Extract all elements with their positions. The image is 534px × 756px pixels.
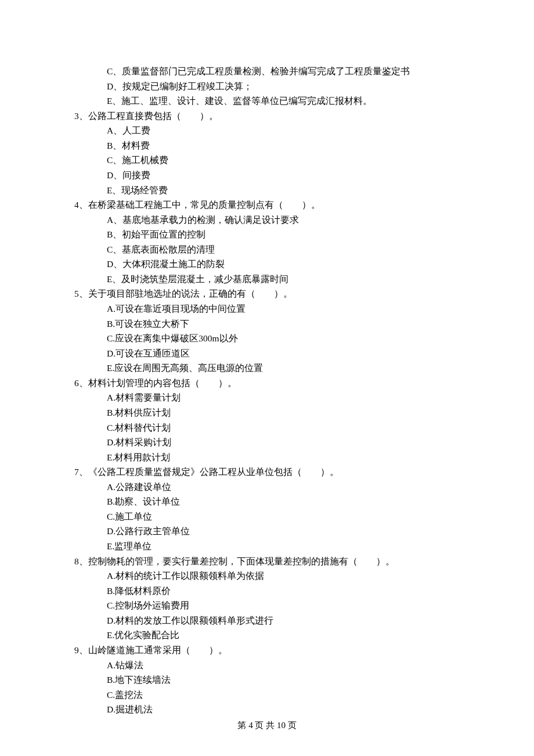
question-option: B、材料费	[74, 138, 476, 153]
question-stem: 9、山岭隧道施工通常采用（ ）。	[74, 643, 476, 658]
question-option: E.材料用款计划	[74, 450, 476, 465]
question-option: D、大体积混凝土施工的防裂	[74, 257, 476, 272]
question-stem: 6、材料计划管理的内容包括（ ）。	[74, 376, 476, 391]
question-option: B.降低材料原价	[74, 584, 476, 599]
question-stem: 3、公路工程直接费包括（ ）。	[74, 109, 476, 124]
question-option: A.材料需要量计划	[74, 390, 476, 405]
question-option: C.施工单位	[74, 509, 476, 524]
question-option: E、现场经管费	[74, 183, 476, 198]
question-option: C.控制场外运输费用	[74, 598, 476, 613]
question-stem: 4、在桥梁基础工程施工中，常见的质量控制点有（ ）。	[74, 197, 476, 213]
question-option: E、及时浇筑垫层混凝土，减少基底暴露时间	[74, 272, 476, 287]
question-option: B.勘察、设计单位	[74, 494, 476, 509]
question-option: C、施工机械费	[74, 153, 476, 168]
question-stem: 7、《公路工程质量监督规定》公路工程从业单位包括（ ）。	[74, 465, 476, 480]
question-option: C.应设在离集中爆破区300m以外	[74, 331, 476, 346]
question-option: C.材料替代计划	[74, 420, 476, 435]
question-option: E.优化实验配合比	[74, 628, 476, 643]
orphan-option: D、按规定已编制好工程竣工决算；	[74, 79, 476, 94]
document-body: C、质量监督部门已完成工程质量检测、检验并编写完成了工程质量鉴定书 D、按规定已…	[0, 0, 534, 717]
question-option: C.盖挖法	[74, 687, 476, 703]
question-option: A、基底地基承载力的检测，确认满足设计要求	[74, 213, 476, 228]
question-option: B.材料供应计划	[74, 405, 476, 420]
page-footer: 第 4 页 共 10 页	[0, 718, 534, 733]
orphan-option: C、质量监督部门已完成工程质量检测、检验并编写完成了工程质量鉴定书	[74, 64, 476, 79]
question-option: D.材料采购计划	[74, 435, 476, 450]
question-option: D.公路行政主管单位	[74, 524, 476, 539]
question-option: E.监理单位	[74, 539, 476, 554]
question-option: C、基底表面松散层的清理	[74, 242, 476, 257]
question-option: B.地下连续墙法	[74, 672, 476, 687]
question-option: D、间接费	[74, 168, 476, 183]
question-option: E.应设在周围无高频、高压电源的位置	[74, 361, 476, 376]
question-option: A.钻爆法	[74, 658, 476, 673]
question-option: A.材料的统计工作以限额领料单为依据	[74, 568, 476, 584]
question-option: A、人工费	[74, 123, 476, 138]
question-option: D.可设在互通匝道区	[74, 346, 476, 361]
question-stem: 8、控制物耗的管理，要实行量差控制，下面体现量差控制的措施有（ ）。	[74, 554, 476, 569]
question-option: D.材料的发放工作以限额领料单形式进行	[74, 613, 476, 628]
question-option: A.公路建设单位	[74, 480, 476, 495]
orphan-option: E、施工、监理、设计、建设、监督等单位已编写完成汇报材料。	[74, 93, 476, 109]
question-option: A.可设在靠近项目现场的中间位置	[74, 301, 476, 316]
question-stem: 5、关于项目部驻地选址的说法，正确的有（ ）。	[74, 286, 476, 301]
question-option: D.掘进机法	[74, 702, 476, 717]
question-option: B.可设在独立大桥下	[74, 316, 476, 332]
question-option: B、初始平面位置的控制	[74, 227, 476, 242]
